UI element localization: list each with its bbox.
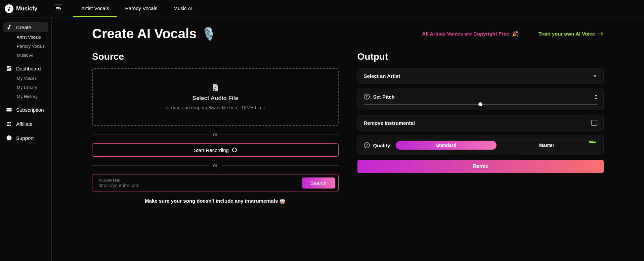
music-note-icon [6,24,12,30]
source-column: Source Select Audio File or drag and dro… [92,51,339,204]
help-icon[interactable]: ? [364,142,370,148]
quality-master-option[interactable]: Master [497,141,597,150]
sidebar: Create Artist Vocals Parody Vocals Music… [0,17,52,261]
sidebar-sub-my-voices[interactable]: My Voices [3,74,48,83]
youtube-link-box: Youtube Link Search [92,174,339,192]
or-divider: or [92,132,339,137]
dashboard-icon [6,65,12,71]
select-artist-dropdown[interactable]: Select an Artist [357,68,604,84]
page-title: Create AI Vocals 🎙️ [92,26,216,41]
logo[interactable]: Musicfy [5,4,52,13]
instrumental-warning: Make sure your song doesn't include any … [92,198,339,204]
info-icon [6,135,12,141]
quality-card: ? Quality Standard Master Pro [357,136,604,155]
or-text: or [213,132,217,137]
or-divider-2: or [92,163,339,168]
pitch-slider-thumb[interactable] [478,102,482,106]
sidebar-item-label: Create [16,24,31,30]
svg-rect-1 [9,138,9,139]
remove-instrumental-checkbox[interactable] [591,120,597,126]
sidebar-toggle-button[interactable] [54,4,63,13]
brand-text: Musicfy [16,5,37,12]
remove-instrumental-label: Remove Instrumental [364,120,415,126]
youtube-link-input[interactable] [98,183,298,188]
page-title-text: Create AI Vocals [92,26,197,41]
search-button[interactable]: Search [302,177,335,189]
logo-icon [5,4,13,13]
svg-rect-2 [9,137,9,137]
sidebar-item-label: Affiliate [16,121,33,127]
pro-badge: Pro [589,141,597,143]
tab-music-ai[interactable]: Music AI [165,0,201,17]
or-text-2: or [213,163,217,168]
quality-toggle: Standard Master Pro [395,141,597,150]
help-icon[interactable]: ? [364,94,370,100]
party-popper-icon: 🎉 [512,31,518,37]
top-tabs: Artist Vocals Parody Vocals Music AI [73,0,201,17]
copyright-free-link[interactable]: All Artists Voices are Copyright Free 🎉 [422,31,518,37]
tab-artist-vocals[interactable]: Artist Vocals [73,0,117,17]
train-voice-text: Train your own AI Voice [539,31,595,37]
file-audio-icon [211,84,219,92]
arrow-right-icon [598,32,604,36]
pitch-value: 0 [595,94,597,100]
quality-label: Quality [373,143,390,148]
youtube-label: Youtube Link [98,178,298,182]
people-icon [6,121,12,127]
microphone-icon: 🎙️ [201,27,216,41]
record-label: Start Recording [194,147,229,153]
record-icon [232,148,237,152]
remove-instrumental-card: Remove Instrumental [357,115,604,131]
copyright-free-text: All Artists Voices are Copyright Free [422,31,509,37]
set-pitch-card: ? Set Pitch 0 [357,89,604,110]
set-pitch-label: Set Pitch [373,94,395,100]
sidebar-item-label: Dashboard [16,66,41,71]
sidebar-item-label: Subscription [16,107,44,113]
sidebar-item-create[interactable]: Create [3,22,48,32]
sidebar-item-label: Support [16,135,34,141]
sidebar-item-affiliate[interactable]: Affiliate [3,119,48,129]
header-links: All Artists Voices are Copyright Free 🎉 … [422,31,604,37]
train-voice-link[interactable]: Train your own AI Voice [539,31,604,37]
chevron-down-icon [593,74,597,79]
dropzone-title: Select Audio File [192,95,238,102]
sidebar-sub-artist-vocals[interactable]: Artist Vocals [3,33,48,41]
source-title: Source [92,51,339,62]
output-title: Output [357,51,604,62]
select-artist-label: Select an Artist [364,73,400,79]
quality-standard-option[interactable]: Standard [396,141,496,150]
card-icon [6,107,12,113]
top-bar: Musicfy Artist Vocals Parody Vocals Musi… [0,0,644,17]
start-recording-button[interactable]: Start Recording [92,143,339,157]
sidebar-item-support[interactable]: Support [3,133,48,143]
sidebar-item-subscription[interactable]: Subscription [3,105,48,115]
page-header: Create AI Vocals 🎙️ All Artists Voices a… [92,26,604,41]
remix-button[interactable]: Remix [357,160,604,173]
sidebar-sub-my-history[interactable]: My History [3,92,48,101]
sidebar-sub-my-library[interactable]: My Library [3,83,48,92]
tab-parody-vocals[interactable]: Parody Vocals [117,0,166,17]
audio-dropzone[interactable]: Select Audio File or drag and drop mp3/w… [92,68,339,126]
sidebar-item-dashboard[interactable]: Dashboard [3,63,48,73]
dropzone-subtitle: or drag and drop mp3/wav file here. 15MB… [166,105,265,110]
output-column: Output Select an Artist ? Set Pitch 0 [357,51,604,204]
pitch-slider[interactable] [364,104,598,105]
sidebar-sub-music-ai[interactable]: Music AI [3,51,48,59]
main-content: Create AI Vocals 🎙️ All Artists Voices a… [52,17,644,261]
sidebar-sub-parody-vocals[interactable]: Parody Vocals [3,42,48,50]
